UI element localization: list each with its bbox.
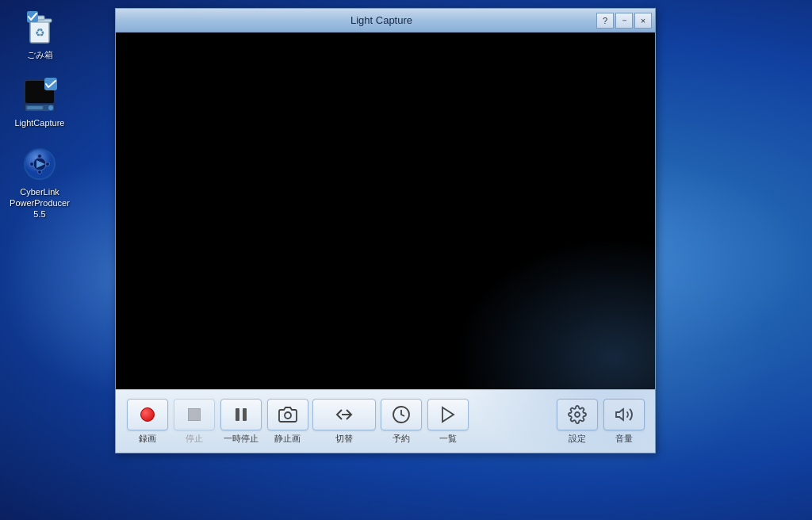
stop-button[interactable]: 停止: [172, 399, 216, 445]
window-title: Light Capture: [167, 14, 596, 26]
close-button[interactable]: ×: [634, 13, 652, 29]
camera-icon: [278, 405, 297, 424]
pause-label: 一時停止: [224, 433, 259, 445]
switch-button[interactable]: 切替: [312, 399, 376, 445]
cyberlink-label-line2: PowerProducer 5.5: [8, 197, 71, 220]
schedule-button[interactable]: 予約: [379, 399, 423, 445]
record-button[interactable]: 録画: [125, 399, 169, 445]
schedule-button-inner[interactable]: [381, 399, 422, 430]
desktop-icon-lightcapture[interactable]: LightCapture: [8, 76, 71, 128]
pause-button-inner[interactable]: [220, 399, 262, 430]
lightcapture-icon: [21, 76, 59, 114]
settings-button-inner[interactable]: [557, 399, 598, 430]
svg-point-16: [38, 170, 42, 174]
record-label: 録画: [139, 433, 156, 445]
volume-label: 音量: [615, 433, 633, 445]
switch-label: 切替: [335, 433, 353, 445]
recycle-bin-icon: ♻: [21, 8, 59, 46]
title-bar: Light Capture ? － ×: [116, 9, 655, 32]
settings-button[interactable]: 設定: [555, 399, 599, 445]
pause-icon: [236, 408, 247, 421]
svg-text:♻: ♻: [35, 26, 45, 39]
stop-button-inner[interactable]: [174, 399, 215, 430]
svg-point-24: [575, 412, 580, 417]
desktop-icon-cyberlink[interactable]: CyberLink PowerProducer 5.5: [8, 145, 71, 220]
app-window: Light Capture ? － × 録画 停: [115, 8, 656, 453]
record-icon: [140, 407, 155, 422]
recycle-bin-label: ごみ箱: [27, 49, 53, 60]
settings-label: 設定: [569, 433, 586, 445]
desktop-icon-recycle[interactable]: ♻ ごみ箱: [8, 8, 71, 60]
controls-bar: 録画 停止 一時停止: [116, 389, 655, 453]
list-icon: [439, 405, 458, 424]
switch-button-inner[interactable]: [312, 399, 376, 430]
snapshot-button-inner[interactable]: [267, 399, 308, 430]
record-button-inner[interactable]: [127, 399, 168, 430]
minimize-button[interactable]: －: [615, 13, 633, 29]
volume-icon: [615, 405, 634, 424]
snapshot-label: 静止画: [274, 433, 301, 445]
svg-rect-8: [27, 106, 43, 109]
svg-point-18: [46, 162, 50, 166]
list-button-inner[interactable]: [427, 399, 469, 430]
list-label: 一覧: [439, 433, 457, 445]
volume-button[interactable]: 音量: [602, 399, 645, 445]
title-buttons: ? － ×: [596, 13, 652, 29]
svg-point-17: [30, 162, 34, 166]
desktop: ♻ ごみ箱: [0, 0, 812, 520]
cyberlink-icon: [21, 145, 59, 183]
switch-icon: [335, 405, 354, 424]
svg-marker-23: [442, 407, 454, 422]
cyberlink-label-line1: CyberLink: [20, 186, 59, 197]
lightcapture-label: LightCapture: [15, 117, 65, 128]
desktop-icons: ♻ ごみ箱: [8, 8, 71, 220]
svg-point-20: [285, 412, 291, 419]
svg-point-15: [38, 154, 42, 158]
stop-icon: [188, 408, 201, 421]
volume-button-inner[interactable]: [603, 399, 645, 430]
schedule-label: 予約: [393, 433, 410, 445]
svg-marker-25: [616, 409, 623, 420]
stop-label: 停止: [186, 433, 203, 445]
schedule-icon: [392, 405, 411, 424]
pause-button[interactable]: 一時停止: [219, 399, 262, 445]
settings-icon: [568, 405, 587, 424]
help-button[interactable]: ?: [596, 13, 614, 29]
svg-point-9: [48, 105, 53, 110]
video-preview: [116, 32, 655, 389]
snapshot-button[interactable]: 静止画: [266, 399, 309, 445]
list-button[interactable]: 一覧: [426, 399, 469, 445]
